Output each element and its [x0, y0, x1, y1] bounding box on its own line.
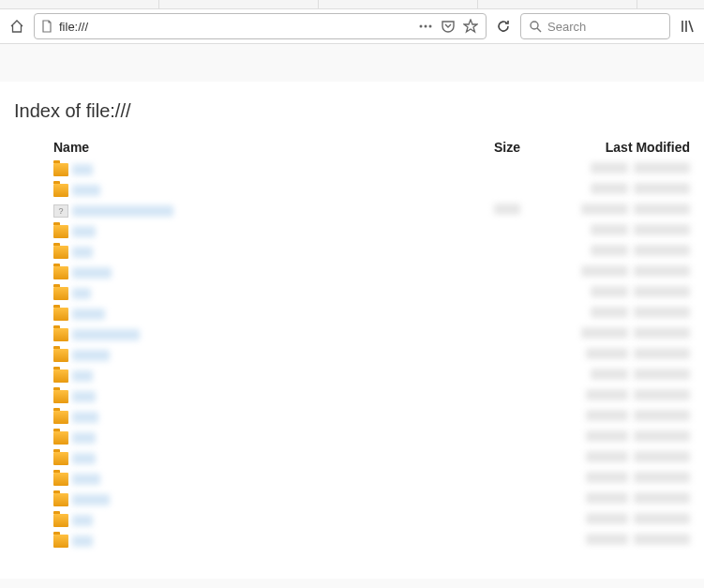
- table-row: [14, 406, 690, 427]
- file-date: [586, 410, 628, 421]
- more-icon[interactable]: [418, 19, 433, 34]
- folder-icon: [53, 535, 68, 548]
- table-row: [14, 447, 690, 468]
- file-link[interactable]: [72, 474, 100, 485]
- file-time: [634, 410, 690, 421]
- file-date: [586, 389, 628, 400]
- page-icon: [40, 20, 53, 33]
- search-bar[interactable]: [520, 13, 670, 39]
- file-time: [634, 162, 690, 173]
- file-time: [634, 492, 690, 504]
- file-link[interactable]: [72, 412, 98, 423]
- file-link[interactable]: [72, 432, 96, 444]
- file-date: [591, 307, 628, 318]
- home-button[interactable]: [5, 14, 29, 38]
- folder-icon: [53, 514, 68, 527]
- table-row: [14, 509, 690, 530]
- file-time: [634, 472, 690, 483]
- file-time: [634, 430, 690, 442]
- search-input[interactable]: [547, 20, 662, 34]
- file-date: [581, 204, 628, 215]
- file-date: [591, 369, 628, 380]
- file-link[interactable]: [72, 515, 93, 526]
- file-link[interactable]: [72, 535, 93, 547]
- tab[interactable]: [319, 0, 478, 8]
- file-date: [586, 348, 628, 359]
- file-date: [591, 224, 628, 235]
- folder-icon: [53, 246, 68, 259]
- reload-button[interactable]: [491, 14, 516, 38]
- file-link[interactable]: [72, 164, 93, 175]
- file-link[interactable]: [72, 267, 112, 279]
- file-link[interactable]: [72, 226, 96, 237]
- column-header-modified[interactable]: Last Modified: [520, 136, 690, 158]
- file-time: [634, 307, 690, 318]
- file-date: [586, 534, 628, 545]
- file-link[interactable]: [72, 205, 173, 217]
- tabs-bar: [0, 0, 704, 9]
- file-time: [634, 327, 690, 339]
- file-link[interactable]: [72, 329, 140, 340]
- file-time: [634, 286, 690, 297]
- search-icon: [529, 20, 542, 33]
- tab[interactable]: [478, 0, 637, 8]
- file-time: [634, 204, 690, 215]
- file-date: [591, 286, 628, 297]
- table-row: [14, 489, 690, 509]
- svg-point-1: [425, 25, 427, 28]
- file-icon: ?: [53, 204, 68, 218]
- file-date: [586, 451, 628, 462]
- file-time: [634, 451, 690, 462]
- table-row: ?: [14, 200, 690, 220]
- folder-icon: [53, 493, 68, 506]
- file-link[interactable]: [72, 391, 96, 402]
- file-link[interactable]: [72, 494, 110, 505]
- folder-icon: [53, 452, 68, 465]
- folder-icon: [53, 266, 68, 279]
- file-date: [586, 472, 628, 483]
- toolbar: [0, 9, 704, 44]
- file-link[interactable]: [72, 288, 91, 299]
- file-link[interactable]: [72, 185, 100, 196]
- file-link[interactable]: [72, 350, 110, 361]
- library-button[interactable]: [675, 14, 699, 38]
- file-date: [591, 183, 628, 194]
- url-input[interactable]: [59, 20, 412, 34]
- file-date: [581, 265, 628, 277]
- table-row: [14, 282, 690, 303]
- file-time: [634, 348, 690, 359]
- svg-point-0: [420, 25, 423, 28]
- page-title: Index of file:///: [14, 100, 690, 122]
- table-row: [14, 220, 690, 241]
- folder-icon: [53, 328, 68, 341]
- file-time: [634, 389, 690, 400]
- folder-icon: [53, 225, 68, 238]
- file-time: [634, 369, 690, 380]
- tab[interactable]: [0, 0, 159, 8]
- file-link[interactable]: [72, 453, 96, 464]
- table-row: [14, 262, 690, 282]
- tab[interactable]: [159, 0, 319, 8]
- file-time: [634, 245, 690, 256]
- file-date: [586, 430, 628, 442]
- column-header-size[interactable]: Size: [455, 136, 520, 158]
- table-row: [14, 385, 690, 406]
- table-row: [14, 179, 690, 200]
- table-row: [14, 324, 690, 344]
- svg-point-3: [531, 22, 538, 29]
- url-bar[interactable]: [34, 13, 487, 39]
- file-link[interactable]: [72, 309, 105, 320]
- folder-icon: [53, 184, 68, 197]
- file-date: [586, 492, 628, 504]
- file-date: [591, 245, 628, 256]
- reload-icon: [496, 19, 511, 34]
- pocket-icon[interactable]: [441, 19, 456, 34]
- folder-icon: [53, 369, 68, 383]
- folder-icon: [53, 163, 68, 176]
- column-header-name[interactable]: Name: [14, 136, 455, 158]
- file-link[interactable]: [72, 247, 93, 258]
- file-time: [634, 183, 690, 194]
- bookmark-star-icon[interactable]: [463, 19, 478, 34]
- file-link[interactable]: [72, 370, 93, 382]
- svg-point-2: [429, 25, 432, 28]
